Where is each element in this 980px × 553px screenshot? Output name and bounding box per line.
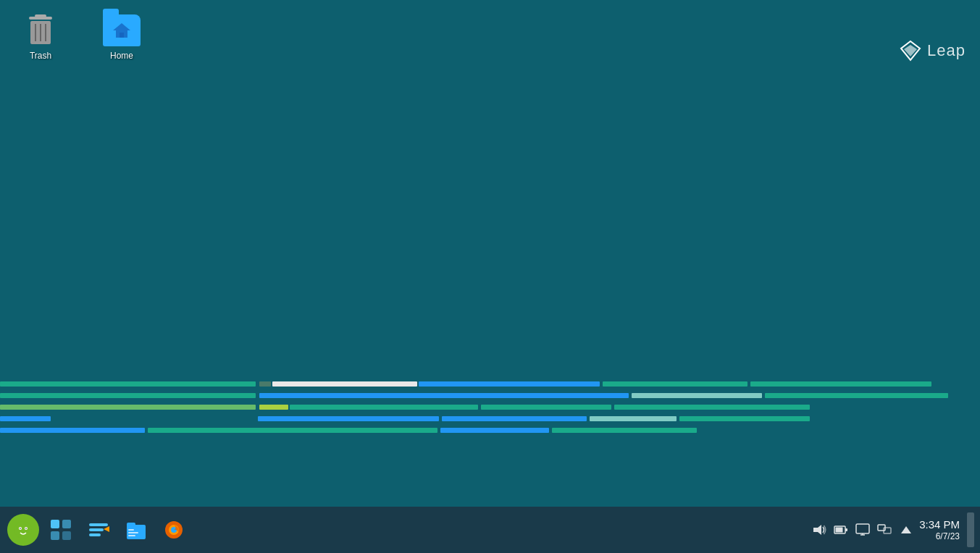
deco-row-3 xyxy=(0,404,980,410)
desktop: Trash Home Leap xyxy=(0,0,980,507)
suse-start-button[interactable] xyxy=(6,512,41,547)
system-clock[interactable]: 3:34 PM 6/7/23 xyxy=(919,518,960,541)
tray-expand-icon[interactable] xyxy=(897,521,915,539)
battery-tray-icon[interactable] xyxy=(832,521,850,539)
svg-rect-19 xyxy=(89,523,108,526)
svg-rect-20 xyxy=(89,528,104,531)
trash-icon[interactable]: Trash xyxy=(12,7,70,67)
clock-date: 6/7/23 xyxy=(919,531,960,541)
leap-logo: Leap xyxy=(900,40,966,62)
svg-point-14 xyxy=(25,528,27,529)
deco-row-2 xyxy=(0,392,980,399)
svg-rect-17 xyxy=(51,531,59,540)
svg-point-13 xyxy=(20,528,21,529)
svg-rect-7 xyxy=(120,33,124,38)
svg-rect-21 xyxy=(89,533,101,536)
display-tray-icon[interactable] xyxy=(854,521,871,539)
system-tray: 3:34 PM 6/7/23 xyxy=(811,512,974,547)
svg-rect-35 xyxy=(856,524,869,533)
svg-rect-33 xyxy=(845,528,847,531)
svg-rect-18 xyxy=(62,531,71,540)
deco-row-1 xyxy=(0,381,980,387)
volume-tray-icon[interactable] xyxy=(811,521,828,539)
taskbar-tasks-area xyxy=(194,512,808,547)
svg-marker-31 xyxy=(813,525,821,535)
svg-rect-24 xyxy=(127,523,135,527)
svg-marker-40 xyxy=(901,526,911,533)
leap-logo-icon xyxy=(900,40,921,62)
trash-label: Trash xyxy=(30,51,51,61)
svg-rect-25 xyxy=(128,529,134,531)
svg-rect-15 xyxy=(51,520,59,528)
show-desktop-button[interactable] xyxy=(967,512,974,547)
svg-point-10 xyxy=(14,521,32,539)
svg-rect-27 xyxy=(128,535,135,536)
deco-row-5 xyxy=(0,427,980,434)
desktop-switcher-button[interactable] xyxy=(43,512,78,547)
svg-marker-22 xyxy=(104,526,109,532)
svg-rect-1 xyxy=(35,14,46,17)
kicker-button[interactable] xyxy=(81,512,116,547)
svg-rect-16 xyxy=(62,520,71,528)
clock-time: 3:34 PM xyxy=(919,518,960,531)
display-mirror-tray-icon[interactable] xyxy=(876,521,893,539)
files-button[interactable] xyxy=(119,512,154,547)
taskbar: 3:34 PM 6/7/23 xyxy=(0,507,980,553)
decoration-lines xyxy=(0,381,980,460)
deco-row-4 xyxy=(0,415,980,422)
home-label: Home xyxy=(110,51,133,61)
home-folder-icon[interactable]: Home xyxy=(93,7,151,67)
svg-rect-26 xyxy=(128,532,138,533)
firefox-button[interactable] xyxy=(156,512,191,547)
svg-rect-34 xyxy=(836,528,843,533)
leap-logo-text: Leap xyxy=(927,41,966,60)
